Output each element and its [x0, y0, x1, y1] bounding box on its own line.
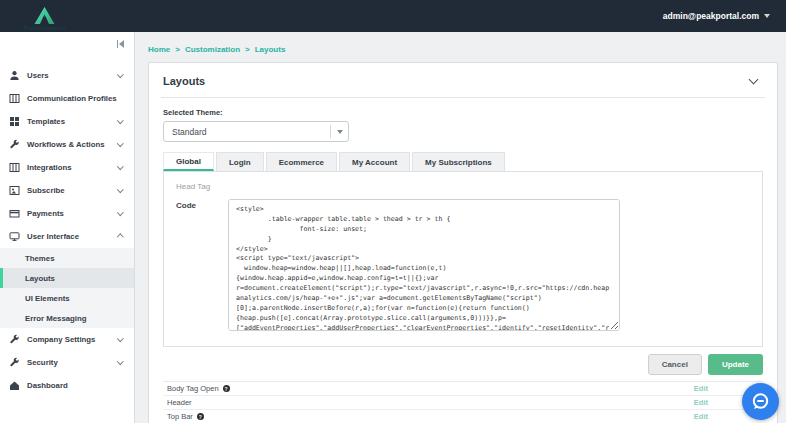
head-tag-panel: Head Tag Code <style> .table-wrapper tab… [163, 171, 763, 347]
brand-logo[interactable]: PeakCommerce [24, 6, 66, 31]
head-tag-label: Head Tag [176, 182, 750, 191]
cancel-button[interactable]: Cancel [648, 354, 702, 375]
page-title: Layouts [163, 75, 205, 87]
sidebar-item-communication-profiles[interactable]: Communication Profiles [0, 87, 134, 110]
breadcrumb-separator: > [175, 45, 180, 54]
row-body-tag-open: Body Tag Open ? Edit [163, 382, 763, 396]
chevron-down-icon [117, 140, 123, 146]
breadcrumb-layouts[interactable]: Layouts [255, 45, 286, 54]
chat-launcher-button[interactable] [742, 383, 779, 420]
chevron-down-icon [117, 358, 123, 364]
edit-link[interactable]: Edit [694, 384, 708, 393]
chevron-up-icon [117, 234, 123, 240]
image-icon [9, 185, 20, 196]
breadcrumb-separator: > [245, 45, 250, 54]
sidebar-item-ui-elements[interactable]: UI Elements [0, 288, 134, 308]
breadcrumb-home[interactable]: Home [148, 45, 170, 54]
sidebar-item-user-interface[interactable]: User Interface [0, 225, 134, 248]
breadcrumb: Home > Customization > Layouts [135, 32, 786, 62]
sidebar-item-dashboard[interactable]: Dashboard [0, 374, 134, 397]
chevron-down-icon [117, 163, 123, 169]
sidebar-nav: Users Communication Profiles Templates W… [0, 56, 134, 397]
columns-icon [9, 93, 20, 104]
top-bar: PeakCommerce admin@peakportal.com [0, 0, 786, 32]
main-content: Home > Customization > Layouts Layouts S… [135, 32, 786, 423]
layouts-card: Layouts Selected Theme: Standard Global … [148, 62, 778, 423]
sidebar-item-integrations[interactable]: Integrations [0, 156, 134, 179]
edit-link[interactable]: Edit [694, 398, 708, 407]
sidebar-item-workflows-actions[interactable]: Workflows & Actions [0, 133, 134, 156]
sidebar-item-layouts[interactable]: Layouts [0, 268, 134, 288]
user-interface-submenu: Themes Layouts UI Elements Error Messagi… [0, 248, 134, 328]
sidebar-item-templates[interactable]: Templates [0, 110, 134, 133]
sidebar-item-company-settings[interactable]: Company Settings [0, 328, 134, 351]
tab-my-account[interactable]: My Account [339, 152, 410, 171]
head-tag-code-input[interactable]: <style> .table-wrapper table.table > the… [228, 199, 620, 331]
wrench-icon [9, 334, 20, 345]
edit-link[interactable]: Edit [694, 412, 708, 421]
chevron-down-icon [117, 335, 123, 341]
sidebar-item-subscribe[interactable]: Subscribe [0, 179, 134, 202]
monitor-icon [9, 231, 20, 242]
page: PeakCommerce admin@peakportal.com Users [0, 0, 786, 423]
theme-select-value: Standard [164, 127, 330, 137]
peak-logo-icon [33, 6, 56, 25]
breadcrumb-customization[interactable]: Customization [185, 45, 240, 54]
home-icon [9, 380, 20, 391]
chevron-down-icon [117, 209, 123, 215]
sidebar-item-themes[interactable]: Themes [0, 248, 134, 268]
form-actions: Cancel Update [163, 347, 763, 381]
layout-section-rows: Body Tag Open ? Edit Header Edit Top B [163, 381, 763, 423]
user-menu[interactable]: admin@peakportal.com [663, 11, 770, 21]
user-icon [9, 70, 20, 81]
row-top-bar: Top Bar ? Edit [163, 410, 763, 423]
code-label: Code [176, 199, 228, 331]
help-icon[interactable]: ? [197, 413, 204, 420]
sidebar-item-users[interactable]: Users [0, 64, 134, 87]
sidebar-collapse-icon[interactable] [117, 40, 125, 48]
theme-select[interactable]: Standard [163, 121, 349, 142]
wrench-icon [9, 357, 20, 368]
tab-global[interactable]: Global [163, 152, 214, 171]
columns-icon [9, 162, 20, 173]
chevron-down-icon [117, 71, 123, 77]
grid-icon [9, 116, 20, 127]
update-button[interactable]: Update [708, 354, 763, 375]
chevron-down-icon [117, 186, 123, 192]
tab-ecommerce[interactable]: Ecommerce [266, 152, 337, 171]
credit-card-icon [9, 208, 20, 219]
sidebar-item-security[interactable]: Security [0, 351, 134, 374]
sidebar-item-error-messaging[interactable]: Error Messaging [0, 308, 134, 328]
sidebar: Users Communication Profiles Templates W… [0, 32, 135, 423]
user-email: admin@peakportal.com [663, 11, 759, 21]
tab-login[interactable]: Login [216, 152, 264, 171]
chevron-down-icon [764, 14, 770, 18]
sidebar-item-payments[interactable]: Payments [0, 202, 134, 225]
brand-text: PeakCommerce [24, 26, 66, 31]
layout-tabs: Global Login Ecommerce My Account My Sub… [163, 152, 763, 171]
chat-bubble-icon [750, 391, 771, 412]
help-icon[interactable]: ? [223, 385, 230, 392]
row-header: Header Edit [163, 396, 763, 410]
chevron-down-icon [117, 117, 123, 123]
chevron-down-icon [337, 130, 343, 134]
tab-my-subscriptions[interactable]: My Subscriptions [412, 152, 505, 171]
collapse-card-chevron-icon[interactable] [749, 74, 759, 84]
selected-theme-label: Selected Theme: [163, 108, 763, 117]
wrench-icon [9, 139, 20, 150]
